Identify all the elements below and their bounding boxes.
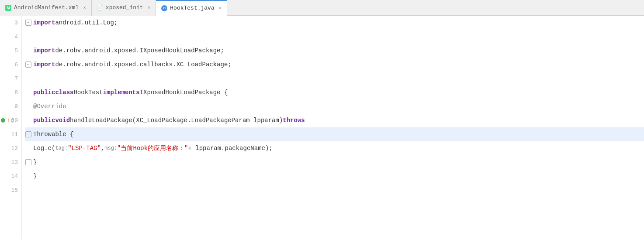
line-number-row: 6 (7, 58, 18, 72)
java-icon: C (161, 5, 167, 11)
code-token: import (33, 61, 55, 68)
code-line (25, 183, 644, 197)
code-token: de.robv.android.xposed.callbacks.XC_Load… (55, 61, 231, 68)
code-token: , (101, 145, 104, 152)
fold-icon[interactable]: − (25, 20, 31, 26)
line-number-row: 14 (7, 169, 18, 183)
line-numbers: 3456789↑@101112131415 (0, 16, 22, 239)
debug-icon (1, 118, 5, 123)
editor-area: 3456789↑@101112131415 −import android.ut… (0, 16, 644, 239)
code-token: } (33, 159, 37, 166)
line-number-row: ↑@10 (7, 113, 18, 127)
line-number: 8 (14, 89, 18, 96)
tab-close-button[interactable]: × (219, 6, 222, 11)
code-token: HookTest (73, 89, 103, 96)
code-token: android.util.Log; (55, 19, 118, 26)
code-token: public (33, 117, 55, 124)
line-number-row: 8 (7, 85, 18, 99)
code-line: −import de.robv.android.xposed.callbacks… (25, 58, 644, 72)
code-token: IXposedHookLoadPackage { (140, 89, 228, 96)
code-line: −import android.util.Log; (25, 16, 644, 30)
tab-label: HookTest.java (170, 5, 214, 11)
line-number: 6 (14, 61, 18, 68)
code-token: Throwable { (33, 131, 73, 138)
tab-label: xposed_init (106, 4, 143, 11)
android-icon: M (5, 5, 11, 11)
tab-tab-android-manifest[interactable]: MAndroidManifest.xml× (0, 0, 92, 16)
line-number-row: 13 (7, 155, 18, 169)
code-line: − Throwable { (25, 127, 644, 141)
code-token: "LSP-TAG" (68, 145, 101, 152)
file-icon: 📄 (97, 5, 103, 11)
line-number-row: 15 (7, 183, 18, 197)
code-token: + lpparam.packageName); (188, 145, 273, 152)
arrow-icon: ↑ (7, 117, 10, 123)
tab-label: AndroidManifest.xml (14, 4, 79, 11)
line-number: 14 (11, 173, 18, 180)
code-token: public (33, 89, 55, 96)
bookmark-icon: @ (11, 118, 14, 123)
line-number-row: 5 (7, 44, 18, 58)
fold-icon[interactable]: − (25, 131, 31, 137)
line-number: 9 (14, 103, 18, 110)
line-number-row: 11 (7, 127, 18, 141)
code-content[interactable]: −import android.util.Log;import de.robv.… (22, 16, 644, 239)
line-number-row: 4 (7, 30, 18, 44)
tab-tab-hook-test[interactable]: CHookTest.java× (156, 0, 227, 16)
code-line: } (25, 169, 644, 183)
line-number-row: 3 (7, 16, 18, 30)
fold-icon[interactable]: − (25, 61, 31, 68)
tab-close-button[interactable]: × (83, 5, 86, 10)
editor-window: MAndroidManifest.xml×📄xposed_init×CHookT… (0, 0, 644, 239)
code-token: tag: (55, 145, 68, 151)
tab-close-button[interactable]: × (148, 5, 151, 10)
tab-tab-xposed-init[interactable]: 📄xposed_init× (92, 0, 156, 16)
code-token: msg: (104, 145, 117, 151)
code-token: "当前Hook的应用名称：" (117, 144, 188, 152)
code-line: Log.e( tag: "LSP-TAG", msg: "当前Hook的应用名称… (25, 141, 644, 155)
line-number: 13 (11, 159, 18, 166)
code-line: @Override (25, 99, 644, 113)
code-token: void (55, 117, 70, 124)
code-line (25, 72, 644, 85)
line-number: 5 (14, 48, 18, 54)
line-number: 11 (11, 131, 18, 138)
code-token: Log.e( (33, 145, 55, 152)
code-line: public void handleLoadPackage(XC_LoadPac… (25, 113, 644, 127)
line-number-row: 9 (7, 99, 18, 113)
line-number-row: 12 (7, 141, 18, 155)
code-token: de.robv.android.xposed.IXposedHookLoadPa… (55, 47, 224, 54)
code-line: import de.robv.android.xposed.IXposedHoo… (25, 44, 644, 58)
tab-bar: MAndroidManifest.xml×📄xposed_init×CHookT… (0, 0, 644, 16)
fold-icon[interactable]: − (25, 159, 31, 165)
code-line: public class HookTest implements IXposed… (25, 85, 644, 99)
gutter-icons: ↑@ (1, 117, 14, 123)
code-token: import (33, 19, 55, 26)
line-number: 12 (11, 145, 18, 152)
line-number: 4 (14, 34, 18, 40)
code-token: class (55, 89, 73, 96)
code-token: handleLoadPackage(XC_LoadPackage.LoadPac… (70, 117, 283, 124)
code-token: implements (103, 89, 140, 96)
code-token: } (33, 173, 37, 180)
line-number: 7 (14, 75, 18, 82)
code-token: @Override (33, 103, 66, 110)
line-number: 3 (14, 20, 18, 26)
code-line (25, 30, 644, 44)
code-token: throws (283, 117, 305, 124)
code-token: import (33, 47, 55, 54)
line-number: 15 (11, 187, 18, 194)
line-number-row: 7 (7, 72, 18, 85)
code-line: − } (25, 155, 644, 169)
